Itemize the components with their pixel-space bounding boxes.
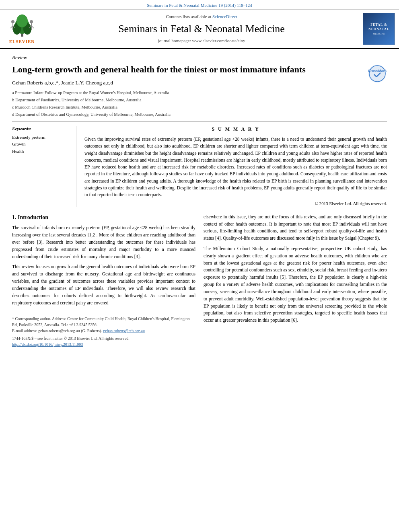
journal-citation: Seminars in Fetal & Neonatal Medicine 19…	[147, 3, 252, 8]
body-left-column: 1. Introduction The survival of infants …	[12, 214, 195, 348]
svg-point-5	[11, 20, 14, 23]
affiliation-a: a Premature Infant Follow-up Program at …	[12, 90, 387, 96]
issn-line: 1744-165X/$ – see front matter © 2013 El…	[12, 335, 195, 341]
svg-point-13	[368, 65, 386, 82]
keyword-1: Extremely preterm	[12, 134, 71, 141]
footnotes: * Corresponding author. Address: Centre …	[12, 313, 195, 347]
doi-line[interactable]: http://dx.doi.org/10.1016/j.siny.2013.11…	[12, 341, 195, 347]
cover-text: FETAL & NEONATAL	[365, 23, 393, 31]
content-available-text: Contents lists available at	[166, 14, 211, 19]
affiliation-b: b Department of Paediatrics, University …	[12, 97, 387, 103]
copyright-notice: © 2013 Elsevier Ltd. All rights reserved…	[84, 201, 387, 207]
summary-section: Keywords: Extremely preterm Growth Healt…	[12, 126, 387, 207]
affiliation-c: c Murdoch Childrens Research Institute, …	[12, 104, 387, 111]
keyword-3: Health	[12, 148, 71, 155]
doi-link[interactable]: http://dx.doi.org/10.1016/j.siny.2013.11…	[12, 342, 83, 347]
svg-point-9	[30, 20, 33, 23]
right-paragraph-1: elsewhere in this issue, they are not th…	[204, 214, 387, 242]
elsevier-brand: ELSEVIER	[9, 39, 35, 45]
elsevier-tree-icon	[8, 14, 36, 38]
keyword-2: Growth	[12, 141, 71, 148]
journal-header: ELSEVIER Contents lists available at Sci…	[0, 10, 399, 49]
journal-cover-image: FETAL & NEONATAL MEDICINE	[363, 13, 395, 45]
header-divider	[12, 121, 387, 122]
summary-text: Given the improving survival rates of ex…	[84, 136, 387, 198]
content-line: Contents lists available at ScienceDirec…	[52, 14, 351, 20]
keywords-column: Keywords: Extremely preterm Growth Healt…	[12, 126, 76, 207]
crossmark-icon: CrossMark	[368, 64, 387, 83]
svg-point-4	[16, 14, 28, 27]
intro-paragraph-1: The survival of infants born extremely p…	[12, 224, 195, 260]
article-type: Review	[12, 54, 387, 61]
email-link[interactable]: gehan.roberts@rch.org.au	[103, 329, 145, 333]
svg-text:CrossMark: CrossMark	[368, 69, 387, 73]
affiliations: a Premature Infant Follow-up Program at …	[12, 90, 387, 117]
cover-subtext: MEDICINE	[373, 32, 385, 35]
article-body: 1. Introduction The survival of infants …	[12, 214, 387, 348]
introduction-heading: 1. Introduction	[12, 214, 195, 222]
journal-cover-area: FETAL & NEONATAL MEDICINE	[359, 10, 399, 48]
body-right-column: elsewhere in this issue, they are not th…	[204, 214, 387, 348]
journal-citation-bar: Seminars in Fetal & Neonatal Medicine 19…	[0, 0, 399, 10]
keywords-list: Extremely preterm Growth Health	[12, 134, 71, 155]
summary-heading: S U M M A R Y	[84, 126, 387, 133]
footnote-email: E-mail address: gehan.roberts@rch.org.au…	[12, 328, 195, 334]
right-paragraph-2: The Millennium Cohort Study, a nationall…	[204, 245, 387, 324]
journal-homepage: journal homepage: www.elsevier.com/locat…	[52, 38, 351, 44]
authors-line: Gehan Roberts a,b,c,*, Jeanie L.Y. Cheon…	[12, 79, 387, 86]
intro-paragraph-2: This review focuses on growth and the ge…	[12, 263, 195, 306]
keywords-label: Keywords:	[12, 126, 71, 132]
article-main: Review Long-term growth and general heal…	[0, 49, 399, 352]
journal-title: Seminars in Fetal & Neonatal Medicine	[52, 22, 351, 36]
footnote-corresponding: * Corresponding author. Address: Centre …	[12, 316, 195, 328]
journal-title-area: Contents lists available at ScienceDirec…	[44, 10, 359, 48]
sciencedirect-link[interactable]: ScienceDirect	[212, 14, 237, 19]
article-title: Long-term growth and general health for …	[12, 64, 387, 76]
summary-column: S U M M A R Y Given the improving surviv…	[84, 126, 387, 207]
elsevier-logo: ELSEVIER	[8, 14, 36, 45]
elsevier-logo-area: ELSEVIER	[0, 10, 44, 48]
affiliation-d: d Department of Obstetrics and Gynaecolo…	[12, 111, 387, 118]
